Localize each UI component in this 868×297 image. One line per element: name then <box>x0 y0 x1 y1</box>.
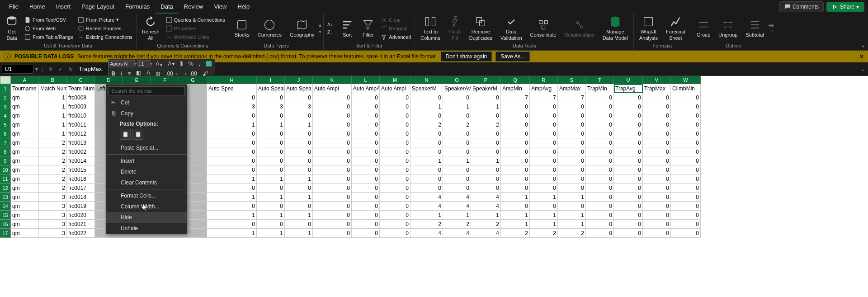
cell-J12[interactable]: 0 <box>285 184 313 193</box>
cell-H7[interactable]: 0 <box>207 138 257 147</box>
cell-I11[interactable]: 1 <box>257 174 285 184</box>
cell-A8[interactable]: qm <box>11 147 39 156</box>
cell-O15[interactable]: 1 <box>443 211 471 220</box>
cell-T1[interactable]: TrapMin <box>586 84 614 93</box>
cell-K14[interactable]: 0 <box>313 202 352 211</box>
cell-V3[interactable]: 0 <box>643 102 671 111</box>
cell-Q5[interactable]: 0 <box>501 120 530 129</box>
ungroup-button[interactable]: Ungroup <box>715 18 741 39</box>
cell-U3[interactable]: 0 <box>614 102 643 111</box>
cell-R13[interactable]: 1 <box>530 193 558 202</box>
cell-T13[interactable]: 0 <box>586 193 614 202</box>
cell-W4[interactable]: 0 <box>671 111 701 120</box>
cell-B11[interactable]: 2 <box>39 174 67 184</box>
col-header-U[interactable]: U <box>614 76 643 84</box>
cell-N7[interactable]: 0 <box>410 138 443 147</box>
cell-U6[interactable]: 0 <box>614 129 643 138</box>
cell-W3[interactable]: 0 <box>671 102 701 111</box>
cell-C4[interactable]: frc0010 <box>67 111 95 120</box>
cell-W11[interactable]: 0 <box>671 174 701 184</box>
row-header-6[interactable]: 6 <box>0 129 11 138</box>
cell-N9[interactable]: 1 <box>410 156 443 165</box>
cell-P15[interactable]: 1 <box>471 211 501 220</box>
accounting-format-icon[interactable]: $ <box>177 59 186 68</box>
cell-P2[interactable]: 0 <box>471 93 501 102</box>
context-unhide[interactable]: Unhide <box>106 223 187 234</box>
cell-U9[interactable]: 0 <box>614 156 643 165</box>
cell-P6[interactable]: 0 <box>471 129 501 138</box>
cell-T4[interactable]: 0 <box>586 111 614 120</box>
cell-O4[interactable]: 0 <box>443 111 471 120</box>
remove-duplicates-button[interactable]: Remove Duplicates <box>466 14 496 42</box>
cell-W12[interactable]: 0 <box>671 184 701 193</box>
advanced-filter-button[interactable]: Advanced <box>379 33 413 41</box>
hide-detail-icon[interactable]: −≡ <box>769 28 774 33</box>
cell-R11[interactable]: 0 <box>530 174 558 184</box>
cell-J4[interactable]: 0 <box>285 111 313 120</box>
col-header-R[interactable]: R <box>530 76 558 84</box>
geography-button[interactable]: Geography <box>286 18 318 39</box>
cell-A12[interactable]: qm <box>11 184 39 193</box>
paste-option-1[interactable]: 📋 <box>120 129 131 140</box>
cell-P13[interactable]: 4 <box>471 193 501 202</box>
cell-K13[interactable]: 0 <box>313 193 352 202</box>
cell-C17[interactable]: frc0022 <box>67 229 95 238</box>
cell-B6[interactable]: 1 <box>39 129 67 138</box>
cell-N13[interactable]: 4 <box>410 193 443 202</box>
cell-V1[interactable]: TrapMax <box>643 84 671 93</box>
cell-T9[interactable]: 0 <box>586 156 614 165</box>
row-header-12[interactable]: 12 <box>0 184 11 193</box>
cell-K17[interactable]: 0 <box>313 229 352 238</box>
cell-T8[interactable]: 0 <box>586 147 614 156</box>
cell-P12[interactable]: 0 <box>471 184 501 193</box>
cell-I10[interactable]: 0 <box>257 165 285 174</box>
cell-U17[interactable]: 0 <box>614 229 643 238</box>
cell-A10[interactable]: qm <box>11 165 39 174</box>
cell-A2[interactable]: qm <box>11 93 39 102</box>
cell-O14[interactable]: 4 <box>443 202 471 211</box>
cell-M15[interactable]: 0 <box>380 211 410 220</box>
cell-J5[interactable]: 1 <box>285 120 313 129</box>
cell-Q7[interactable]: 0 <box>501 138 530 147</box>
cell-S13[interactable]: 1 <box>558 193 586 202</box>
cell-B3[interactable]: 1 <box>39 102 67 111</box>
cell-V2[interactable]: 0 <box>643 93 671 102</box>
cell-K9[interactable]: 0 <box>313 156 352 165</box>
stocks-button[interactable]: Stocks <box>231 18 253 39</box>
cell-P3[interactable]: 1 <box>471 102 501 111</box>
cell-T12[interactable]: 0 <box>586 184 614 193</box>
cell-L9[interactable]: 0 <box>352 156 380 165</box>
cell-P4[interactable]: 0 <box>471 111 501 120</box>
cell-C1[interactable]: Team Num <box>67 84 95 93</box>
cell-P1[interactable]: SpeakerM <box>471 84 501 93</box>
cell-L6[interactable]: 0 <box>352 129 380 138</box>
cell-M6[interactable]: 0 <box>380 129 410 138</box>
cell-N4[interactable]: 0 <box>410 111 443 120</box>
cell-U13[interactable]: 0 <box>614 193 643 202</box>
menu-page-layout[interactable]: Page Layout <box>76 0 120 14</box>
context-format-cells[interactable]: Format Cells... <box>106 190 187 201</box>
cell-R7[interactable]: 0 <box>530 138 558 147</box>
cell-W8[interactable]: 0 <box>671 147 701 156</box>
cell-C16[interactable]: frc0021 <box>67 220 95 229</box>
cell-C14[interactable]: frc0019 <box>67 202 95 211</box>
cell-I15[interactable]: 1 <box>257 211 285 220</box>
cell-K6[interactable]: 0 <box>313 129 352 138</box>
cancel-formula-icon[interactable]: ✕ <box>47 66 55 72</box>
cell-R1[interactable]: AmpAvg <box>530 84 558 93</box>
cell-J1[interactable]: Auto Spea <box>285 84 313 93</box>
cell-I8[interactable]: 0 <box>257 147 285 156</box>
cell-M12[interactable]: 0 <box>380 184 410 193</box>
col-header-D[interactable]: D <box>95 76 123 84</box>
cell-S11[interactable]: 0 <box>558 174 586 184</box>
cell-C6[interactable]: frc0012 <box>67 129 95 138</box>
cell-I4[interactable]: 0 <box>257 111 285 120</box>
col-header-O[interactable]: O <box>443 76 471 84</box>
col-header-L[interactable]: L <box>352 76 380 84</box>
col-header-H[interactable]: H <box>207 76 257 84</box>
name-box[interactable] <box>2 65 33 74</box>
cell-L16[interactable]: 0 <box>352 220 380 229</box>
context-paste-special[interactable]: Paste Special... <box>106 142 187 153</box>
from-table-range-button[interactable]: From Table/Range <box>23 33 75 41</box>
cell-U7[interactable]: 0 <box>614 138 643 147</box>
